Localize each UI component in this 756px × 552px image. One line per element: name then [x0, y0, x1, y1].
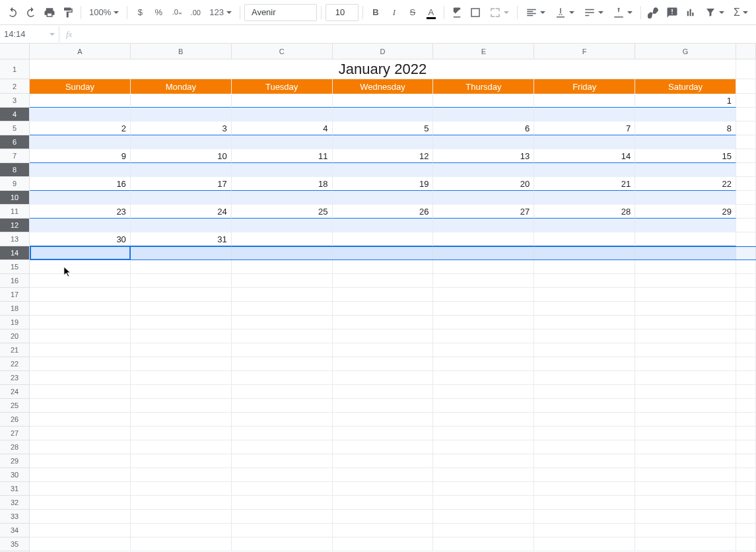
cell[interactable] [433, 357, 534, 371]
cell[interactable] [433, 440, 534, 454]
cell[interactable] [30, 510, 131, 524]
cell[interactable] [635, 371, 736, 385]
cell[interactable] [333, 232, 434, 246]
cell[interactable] [131, 135, 232, 149]
cell[interactable] [635, 316, 736, 329]
cell[interactable] [534, 219, 635, 232]
cell[interactable]: 1 [635, 94, 736, 108]
cell[interactable] [333, 482, 434, 496]
cell[interactable] [635, 468, 736, 482]
cell[interactable]: 7 [534, 121, 635, 135]
cell[interactable] [333, 413, 434, 427]
cell[interactable] [131, 454, 232, 468]
cell[interactable] [635, 163, 736, 177]
cell[interactable] [635, 232, 736, 246]
cell[interactable] [534, 302, 635, 316]
cell[interactable]: 28 [534, 205, 635, 219]
cell[interactable] [333, 385, 434, 399]
cell[interactable] [534, 108, 635, 121]
cell[interactable] [635, 274, 736, 288]
cell-empty[interactable] [736, 357, 756, 370]
cell[interactable] [232, 232, 333, 246]
column-header-b[interactable]: B [131, 44, 232, 59]
font-family-dropdown[interactable]: Avenir [244, 4, 317, 21]
bold-button[interactable]: B [367, 4, 384, 21]
cell[interactable]: 13 [433, 149, 534, 163]
filter-button[interactable] [701, 4, 728, 21]
cell[interactable] [232, 537, 333, 551]
cell-empty[interactable] [736, 205, 756, 218]
cell[interactable] [333, 163, 434, 177]
cell-empty[interactable] [736, 149, 756, 162]
cell[interactable]: 16 [30, 177, 131, 191]
cell[interactable] [534, 260, 635, 274]
strikethrough-button[interactable]: S [404, 4, 421, 21]
cell[interactable]: 27 [433, 205, 534, 219]
cell[interactable] [232, 440, 333, 454]
cell-empty[interactable] [736, 343, 756, 357]
cell[interactable] [534, 343, 635, 357]
cell[interactable] [333, 496, 434, 510]
cell[interactable] [534, 274, 635, 288]
cell-empty[interactable] [736, 135, 756, 149]
cell[interactable]: 9 [30, 149, 131, 163]
cell[interactable] [232, 385, 333, 399]
more-formats-dropdown[interactable]: 123 [205, 4, 236, 21]
cell[interactable] [131, 163, 232, 177]
cell[interactable]: 14 [534, 149, 635, 163]
row-header-3[interactable]: 3 [0, 94, 29, 108]
select-all-corner[interactable] [0, 44, 30, 59]
cell[interactable] [635, 260, 736, 274]
cell[interactable] [333, 454, 434, 468]
cell[interactable] [131, 440, 232, 454]
cell-empty[interactable] [736, 260, 756, 273]
cell[interactable] [30, 108, 131, 121]
cell[interactable]: 31 [131, 232, 232, 246]
cell[interactable] [333, 260, 434, 274]
cell[interactable] [232, 94, 333, 108]
name-box[interactable]: 14:14 [0, 26, 59, 42]
cell[interactable]: 21 [534, 177, 635, 191]
cell[interactable]: 10 [131, 149, 232, 163]
cell[interactable] [232, 219, 333, 232]
insert-comment-button[interactable] [664, 4, 681, 21]
cell-empty[interactable] [736, 94, 756, 107]
cell-empty[interactable] [736, 399, 756, 412]
cell[interactable]: 15 [635, 149, 736, 163]
cell[interactable] [333, 440, 434, 454]
cell[interactable] [534, 482, 635, 496]
row-header-7[interactable]: 7 [0, 149, 29, 163]
row-header-11[interactable]: 11 [0, 205, 29, 219]
cell[interactable]: 17 [131, 177, 232, 191]
cell[interactable] [131, 94, 232, 108]
day-header-monday[interactable]: Monday [131, 79, 232, 94]
cell[interactable] [30, 482, 131, 496]
cell[interactable] [534, 468, 635, 482]
row-header-23[interactable]: 23 [0, 371, 29, 385]
cell-empty[interactable] [736, 427, 756, 440]
cell[interactable]: 30 [30, 232, 131, 246]
cell[interactable] [534, 357, 635, 371]
cell[interactable]: 20 [433, 177, 534, 191]
row-header-17[interactable]: 17 [0, 288, 29, 302]
cell[interactable] [30, 427, 131, 440]
cell[interactable] [30, 343, 131, 357]
cell[interactable] [635, 427, 736, 440]
row-header-2[interactable]: 2 [0, 79, 29, 94]
cell[interactable] [30, 329, 131, 343]
cell[interactable] [433, 537, 534, 551]
cell-empty[interactable] [736, 440, 756, 454]
cell[interactable] [635, 329, 736, 343]
insert-chart-button[interactable] [682, 4, 699, 21]
cell[interactable] [433, 427, 534, 440]
cell[interactable] [30, 191, 131, 205]
row-header-29[interactable]: 29 [0, 454, 29, 468]
cell-empty[interactable] [736, 288, 756, 301]
decrease-decimal-button[interactable]: .0₌ [168, 4, 186, 21]
redo-button[interactable] [22, 4, 40, 21]
cell[interactable] [232, 399, 333, 413]
cell[interactable]: 8 [635, 121, 736, 135]
cell[interactable] [635, 343, 736, 357]
cell[interactable]: 22 [635, 177, 736, 191]
row-header-14[interactable]: 14 [0, 246, 29, 260]
